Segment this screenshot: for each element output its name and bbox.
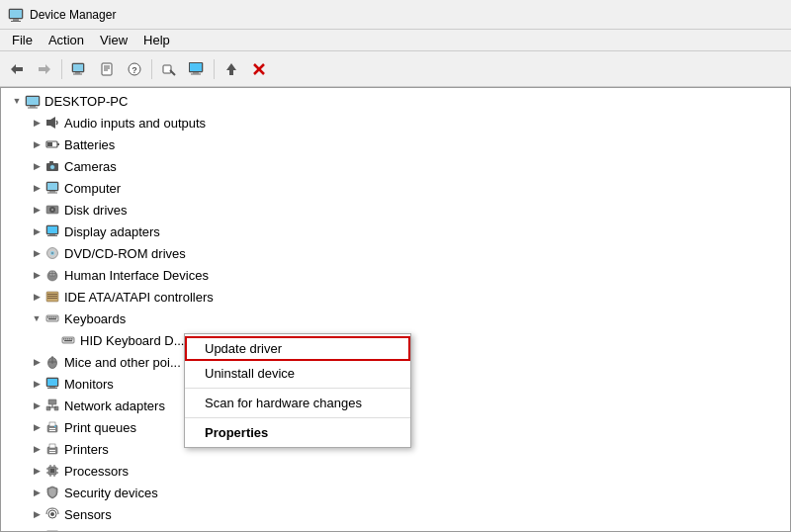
context-menu-update-driver[interactable]: Update driver bbox=[185, 336, 410, 361]
svg-rect-10 bbox=[102, 63, 112, 75]
tree-item-keyboards[interactable]: Keyboards bbox=[1, 308, 790, 329]
root-icon bbox=[25, 93, 41, 109]
svg-rect-29 bbox=[46, 120, 50, 126]
hid-icon bbox=[44, 267, 60, 283]
printers-toggle[interactable] bbox=[29, 441, 44, 457]
tree-item-security[interactable]: Security devices bbox=[1, 482, 790, 503]
svg-rect-45 bbox=[47, 226, 57, 233]
tree-item-sensors[interactable]: Sensors bbox=[1, 503, 790, 525]
svg-rect-60 bbox=[47, 316, 49, 317]
help-button[interactable]: ? bbox=[122, 56, 147, 82]
ide-label: IDE ATA/ATAPI controllers bbox=[64, 290, 214, 305]
context-menu: Update driver Uninstall device Scan for … bbox=[184, 333, 411, 448]
svg-rect-69 bbox=[67, 338, 69, 339]
batteries-toggle[interactable] bbox=[29, 136, 44, 152]
svg-rect-7 bbox=[73, 64, 83, 71]
tree-item-computer[interactable]: Computer bbox=[1, 177, 790, 199]
keyboards-label: Keyboards bbox=[64, 311, 126, 326]
svg-rect-70 bbox=[69, 338, 71, 339]
network-icon bbox=[44, 398, 60, 413]
device-tree[interactable]: DESKTOP-PC Audio inputs and outputs bbox=[1, 88, 790, 531]
svg-text:?: ? bbox=[132, 65, 137, 75]
svg-rect-96 bbox=[50, 469, 54, 473]
svg-rect-3 bbox=[11, 21, 21, 22]
back-button[interactable] bbox=[4, 56, 30, 82]
forward-button[interactable] bbox=[32, 56, 57, 82]
cameras-icon bbox=[44, 158, 60, 174]
svg-rect-20 bbox=[193, 72, 199, 74]
uninstall-button[interactable] bbox=[246, 56, 272, 82]
tree-root[interactable]: DESKTOP-PC bbox=[1, 90, 790, 112]
svg-point-50 bbox=[51, 252, 53, 254]
svg-rect-19 bbox=[190, 63, 202, 71]
svg-marker-30 bbox=[50, 117, 55, 129]
svg-rect-90 bbox=[54, 426, 56, 428]
title-bar: Device Manager bbox=[0, 0, 791, 30]
hid-toggle[interactable] bbox=[29, 267, 44, 283]
tree-item-hid[interactable]: Human Interface Devices bbox=[1, 264, 790, 286]
svg-rect-79 bbox=[49, 387, 55, 388]
menu-action[interactable]: Action bbox=[41, 31, 92, 49]
properties-button[interactable] bbox=[94, 56, 120, 82]
svg-marker-5 bbox=[39, 64, 50, 74]
svg-rect-94 bbox=[49, 452, 55, 453]
monitors-toggle[interactable] bbox=[29, 376, 44, 392]
mice-icon bbox=[44, 354, 60, 370]
context-menu-uninstall-device[interactable]: Uninstall device bbox=[185, 361, 410, 386]
print-queues-label: Print queues bbox=[64, 420, 136, 435]
tree-item-processors[interactable]: Processors bbox=[1, 460, 790, 482]
software-icon bbox=[44, 528, 60, 531]
tree-item-ide[interactable]: IDE ATA/ATAPI controllers bbox=[1, 286, 790, 308]
sensors-label: Sensors bbox=[64, 507, 112, 522]
mice-toggle[interactable] bbox=[29, 354, 44, 370]
tree-item-software[interactable]: Software devices bbox=[1, 525, 790, 531]
tree-item-display[interactable]: Display adapters bbox=[1, 221, 790, 242]
menu-file[interactable]: File bbox=[4, 31, 41, 49]
cameras-label: Cameras bbox=[64, 159, 117, 174]
network-toggle[interactable] bbox=[29, 398, 44, 413]
computer-toggle[interactable] bbox=[29, 180, 44, 196]
print-queues-toggle[interactable] bbox=[29, 419, 44, 435]
processors-toggle[interactable] bbox=[29, 463, 44, 479]
sensors-toggle[interactable] bbox=[29, 506, 44, 522]
svg-rect-62 bbox=[51, 316, 53, 317]
svg-rect-16 bbox=[163, 65, 171, 73]
svg-rect-9 bbox=[73, 73, 82, 74]
dvd-toggle[interactable] bbox=[29, 245, 44, 261]
menu-bar: File Action View Help bbox=[0, 30, 791, 51]
svg-rect-40 bbox=[47, 193, 57, 194]
tree-item-disk[interactable]: Disk drives bbox=[1, 199, 790, 221]
root-toggle[interactable] bbox=[9, 93, 25, 109]
keyboards-toggle[interactable] bbox=[29, 310, 44, 326]
processors-label: Processors bbox=[64, 464, 129, 479]
tree-item-batteries[interactable]: Batteries bbox=[1, 133, 790, 155]
context-menu-scan-hardware[interactable]: Scan for hardware changes bbox=[185, 391, 410, 415]
software-toggle[interactable] bbox=[29, 528, 44, 531]
menu-view[interactable]: View bbox=[92, 31, 135, 49]
svg-rect-63 bbox=[53, 316, 55, 317]
cameras-toggle[interactable] bbox=[29, 158, 44, 174]
dvd-icon bbox=[44, 245, 60, 261]
disk-toggle[interactable] bbox=[29, 202, 44, 218]
context-menu-properties[interactable]: Properties bbox=[185, 420, 410, 445]
computer-icon bbox=[44, 180, 60, 196]
hid-keyboard-label: HID Keyboard D... bbox=[80, 333, 185, 348]
ide-toggle[interactable] bbox=[29, 289, 44, 305]
device-manager-button[interactable] bbox=[66, 56, 92, 82]
svg-rect-28 bbox=[28, 108, 38, 109]
context-menu-separator-1 bbox=[185, 388, 410, 389]
tree-item-dvd[interactable]: DVD/CD-ROM drives bbox=[1, 242, 790, 264]
tree-item-audio[interactable]: Audio inputs and outputs bbox=[1, 112, 790, 133]
update-driver-toolbar-button[interactable] bbox=[219, 56, 244, 82]
svg-rect-1 bbox=[10, 10, 22, 18]
audio-toggle[interactable] bbox=[29, 115, 44, 131]
svg-rect-26 bbox=[27, 97, 39, 105]
security-toggle[interactable] bbox=[29, 485, 44, 500]
monitor-button[interactable] bbox=[184, 56, 210, 82]
scan-button[interactable] bbox=[156, 56, 182, 82]
tree-item-cameras[interactable]: Cameras bbox=[1, 155, 790, 177]
svg-rect-93 bbox=[49, 450, 55, 451]
svg-point-105 bbox=[50, 512, 54, 516]
display-toggle[interactable] bbox=[29, 223, 44, 239]
menu-help[interactable]: Help bbox=[135, 31, 178, 49]
